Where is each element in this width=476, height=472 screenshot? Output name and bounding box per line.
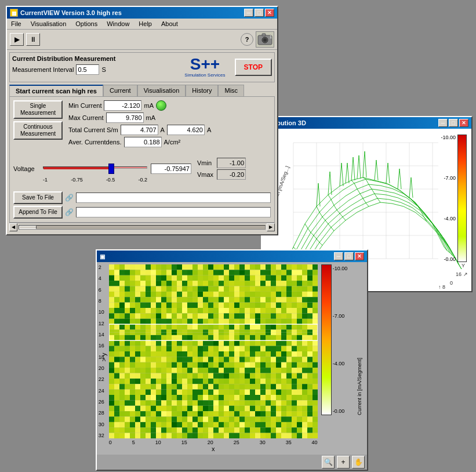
append-file-path[interactable] bbox=[76, 207, 271, 217]
save-to-file-button[interactable]: Save To File bbox=[13, 191, 63, 204]
x-tick-labels: 0 5 10 15 20 25 30 35 40 bbox=[109, 440, 318, 445]
main-window-title: CurrentVIEW Version 3.0 high res bbox=[20, 9, 122, 16]
total-current-label: Total Current S/m bbox=[68, 126, 118, 133]
scroll-right-button[interactable]: ▶ bbox=[267, 223, 275, 231]
pause-button[interactable]: ⏸ bbox=[26, 33, 40, 46]
aver-current-row: Aver. Currentdens. A/cm² bbox=[68, 137, 211, 147]
voltage-section: Voltage -1 -0.75 -0.5 -0.2 bbox=[13, 158, 271, 180]
menu-help[interactable]: Help bbox=[137, 20, 154, 28]
scroll-left-button[interactable]: ◀ bbox=[9, 223, 17, 231]
voltage-value[interactable] bbox=[151, 164, 191, 174]
menu-visualisation[interactable]: Visualisation bbox=[29, 20, 68, 28]
zoom-button[interactable]: 🔍 bbox=[322, 456, 335, 469]
x-tick-0: 0 bbox=[109, 440, 112, 445]
max-current-value[interactable] bbox=[106, 112, 144, 123]
append-file-icon[interactable]: 🔗 bbox=[65, 208, 74, 216]
colormap-close[interactable]: ✕ bbox=[355, 252, 364, 260]
y-tick-28: 28 bbox=[99, 410, 104, 416]
close-button[interactable]: ✕ bbox=[265, 9, 274, 17]
play-button[interactable]: ▶ bbox=[10, 33, 24, 46]
horiz-scrollbar[interactable]: ◀ ▶ bbox=[9, 223, 275, 232]
save-file-icon[interactable]: 🔗 bbox=[65, 194, 74, 202]
min-current-value[interactable] bbox=[104, 100, 141, 111]
min-current-unit: mA bbox=[144, 102, 154, 109]
help-button[interactable]: ? bbox=[241, 33, 253, 46]
tab-current[interactable]: Current bbox=[103, 85, 137, 96]
tab-misc[interactable]: Misc bbox=[218, 85, 244, 96]
dist3d-maximize[interactable]: □ bbox=[449, 119, 458, 127]
spp-sub: Simulation Services bbox=[184, 72, 225, 78]
dist3d-minimize[interactable]: ─ bbox=[438, 119, 448, 127]
menu-about[interactable]: About bbox=[159, 20, 180, 28]
vmax-row: Vmax bbox=[197, 169, 246, 180]
total-current-value1[interactable] bbox=[121, 125, 158, 135]
hand-button[interactable]: ✋ bbox=[352, 456, 365, 469]
main-content: Current Distribution Measurement Measure… bbox=[7, 50, 277, 234]
main-title-bar: ▦ CurrentVIEW Version 3.0 high res ─ □ ✕ bbox=[7, 7, 277, 19]
colormap-maximize[interactable]: □ bbox=[344, 252, 354, 260]
y-tick-24: 24 bbox=[99, 388, 104, 394]
vmax-value[interactable] bbox=[217, 169, 246, 180]
tick-1: -1 bbox=[43, 177, 48, 183]
tick-02: -0.2 bbox=[138, 177, 147, 183]
x-tick-25: 25 bbox=[234, 440, 239, 445]
colormap-title-text: ▣ bbox=[100, 253, 105, 260]
voltage-slider-container[interactable]: -1 -0.75 -0.5 -0.2 bbox=[43, 162, 147, 176]
max-current-label: Max Current bbox=[68, 114, 104, 121]
slider-red-fill bbox=[43, 167, 111, 169]
tab-history[interactable]: History bbox=[186, 85, 218, 96]
colormap-minimize[interactable]: ─ bbox=[334, 252, 343, 260]
y-tick-8: 8 bbox=[99, 298, 104, 304]
tick-05: -0.5 bbox=[106, 177, 115, 183]
slider-thumb[interactable] bbox=[108, 164, 114, 174]
svg-text:1: 1 bbox=[270, 35, 272, 39]
svg-text:0: 0 bbox=[450, 280, 453, 286]
total-current-unit1: A bbox=[161, 126, 165, 133]
scroll-track[interactable] bbox=[19, 225, 266, 230]
menu-options[interactable]: Options bbox=[74, 20, 99, 28]
scale-label-top: -10.00 bbox=[441, 135, 456, 140]
y-tick-2: 2 bbox=[99, 264, 104, 270]
x-tick-35: 35 bbox=[286, 440, 292, 445]
scale-label-2: -7.00 bbox=[441, 175, 456, 181]
aver-current-value[interactable] bbox=[124, 137, 162, 147]
y-tick-30: 30 bbox=[99, 422, 104, 427]
x-tick-30: 30 bbox=[260, 440, 266, 445]
maximize-button[interactable]: □ bbox=[255, 9, 264, 17]
vminmax-container: Vmin Vmax bbox=[197, 158, 246, 180]
menu-window[interactable]: Window bbox=[105, 20, 131, 28]
menu-file[interactable]: File bbox=[9, 20, 23, 28]
scroll-thumb[interactable] bbox=[19, 226, 37, 229]
color-scale-right: -10.00 -7.00 -4.00 -0.00 bbox=[321, 264, 355, 415]
slider-track-fill bbox=[43, 166, 147, 169]
append-to-file-button[interactable]: Append To File bbox=[13, 206, 63, 219]
continuous-measurement-button[interactable]: ContinuousMeasurement bbox=[13, 121, 63, 140]
vmin-value[interactable] bbox=[217, 158, 246, 168]
vmin-label: Vmin bbox=[197, 159, 215, 166]
main-window: ▦ CurrentVIEW Version 3.0 high res ─ □ ✕… bbox=[6, 6, 278, 235]
dist3d-close[interactable]: ✕ bbox=[459, 119, 468, 127]
spp-logo: S++ Simulation Services bbox=[180, 55, 230, 79]
colormap-window: ▣ ─ □ ✕ > y 2 4 6 8 10 12 14 bbox=[96, 249, 368, 471]
save-file-path[interactable] bbox=[76, 193, 271, 203]
plus-button[interactable]: + bbox=[337, 456, 350, 469]
tab-start-scan[interactable]: Start current scan high res bbox=[9, 85, 103, 96]
single-measurement-button[interactable]: SingleMeasurement bbox=[13, 100, 63, 119]
y-tick-18: 18 bbox=[99, 354, 104, 360]
file-section: Save To File 🔗 Append To File 🔗 bbox=[13, 191, 271, 219]
scale-labels: -10.00 -7.00 -4.00 -0.00 bbox=[441, 135, 456, 262]
tab-visualisation[interactable]: Visualisation bbox=[137, 85, 186, 96]
total-current-value2[interactable] bbox=[167, 125, 205, 135]
svg-text:16 ↗: 16 ↗ bbox=[456, 271, 468, 277]
aver-current-label: Aver. Currentdens. bbox=[68, 139, 122, 146]
interval-input[interactable] bbox=[76, 64, 99, 75]
stop-button[interactable]: STOP bbox=[235, 59, 272, 76]
color-scale-bar-right bbox=[321, 264, 332, 415]
minimize-button[interactable]: ─ bbox=[244, 9, 253, 17]
svg-text:↑ 8: ↑ 8 bbox=[438, 284, 445, 290]
chart-area: 2 4 6 8 10 12 14 16 18 20 22 24 26 28 30… bbox=[109, 264, 318, 452]
x-tick-20: 20 bbox=[208, 440, 213, 445]
min-current-label: Min Current bbox=[68, 102, 101, 109]
toolbar-right: 1 bbox=[256, 31, 274, 48]
colormap-content: > y 2 4 6 8 10 12 14 16 18 20 22 24 bbox=[97, 262, 367, 455]
